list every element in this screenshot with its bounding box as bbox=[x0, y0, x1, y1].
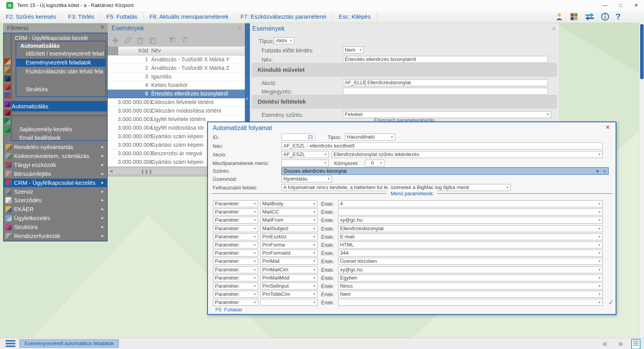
szures-field[interactable]: Összes ellenőrzés-bizonylat ▼ ≡ bbox=[281, 167, 609, 175]
param-type-select[interactable]: Paraméter:▼ bbox=[213, 250, 258, 257]
param-name-select[interactable]: PrnFormatId▼ bbox=[260, 250, 318, 257]
param-type-select[interactable]: Paraméter:▼ bbox=[213, 217, 258, 224]
param-name-select[interactable]: MailBody▼ bbox=[260, 200, 318, 207]
param-type-select[interactable]: Paraméter:▼ bbox=[213, 200, 258, 207]
param-value-select[interactable]: Nem▼ bbox=[338, 291, 603, 298]
dlg-akcio-code-select[interactable]: AF_ESZL ▼ bbox=[281, 151, 329, 158]
table-row[interactable]: 1Árváltozás - Tusfürdő X Márka Y bbox=[108, 56, 245, 64]
table-row[interactable]: 2Árváltozás - Tusfürdő X Márka Z bbox=[108, 64, 245, 73]
param-name-select[interactable]: PrnEszköz▼ bbox=[260, 233, 318, 240]
close-button[interactable]: ✕ bbox=[628, 0, 644, 11]
apps-grid-icon[interactable] bbox=[570, 12, 578, 21]
f5-run-button[interactable]: F5: Futtatás bbox=[211, 306, 246, 313]
param-type-select[interactable]: Paraméter:▼ bbox=[213, 241, 258, 248]
param-name-select[interactable]: PrnMailMód▼ bbox=[260, 274, 318, 281]
param-value-select[interactable]: E-mail▼ bbox=[338, 233, 603, 240]
mezoparam-select[interactable]: ▼ bbox=[281, 160, 329, 167]
sidebar-item-ek-er[interactable]: EKÁER▸ bbox=[4, 205, 107, 214]
param-name-select[interactable]: ▼ bbox=[260, 299, 318, 306]
sidebar-item-kiskereskedelem-sz-ml-z-s[interactable]: Kiskereskedelem, számlázás▸ bbox=[4, 152, 107, 160]
uzemmod-select[interactable]: Nyomtatás ▼ bbox=[281, 175, 332, 182]
table-row[interactable]: 4Kettes fuvarkör bbox=[108, 81, 245, 90]
param-name-select[interactable]: PrnMailCim▼ bbox=[260, 266, 318, 273]
scrollbar-grip[interactable]: ❚❚❚ bbox=[141, 169, 153, 174]
param-name-select[interactable]: PrnTobbCim▼ bbox=[260, 291, 318, 298]
param-name-select[interactable]: MailFrom▼ bbox=[260, 217, 318, 224]
help-icon[interactable]: ? bbox=[616, 12, 621, 22]
sidebar-item-rendel-s-nyilv-ntart-s[interactable]: Rendelés-nyilvántartás▸ bbox=[4, 143, 107, 151]
param-value-select[interactable]: xy@gc.hu▼ bbox=[338, 266, 603, 273]
chevron-down-icon[interactable]: ▼ bbox=[595, 168, 600, 175]
akcio-code-input[interactable]: AF_ELLB bbox=[343, 79, 365, 86]
sidebar-item--gyletkezel-s[interactable]: Ügyletkezelés▸ bbox=[4, 214, 107, 222]
user-icon[interactable] bbox=[555, 12, 564, 21]
dlg-akcio-name-select[interactable]: Ellenőrzésbizonylat szűrés lekérdezés ▼ bbox=[332, 151, 603, 158]
param-value-select[interactable]: ▼ bbox=[338, 299, 603, 306]
scrollbar-thumb[interactable] bbox=[640, 24, 644, 79]
table-row[interactable]: 6Értesítés ellenőrzés bizonylatról bbox=[108, 90, 245, 98]
edit-icon[interactable] bbox=[124, 36, 132, 44]
filter-icon[interactable] bbox=[168, 36, 176, 44]
tipus-select[interactable]: Aktív ▼ bbox=[274, 37, 294, 44]
param-value-select[interactable]: Nincs▼ bbox=[338, 283, 603, 290]
param-value-select[interactable]: Ellenőrzésbizonylat▼ bbox=[338, 225, 603, 232]
menu-item[interactable]: Sajátszemély-kezelés bbox=[19, 125, 107, 134]
param-name-select[interactable]: PrnMail▼ bbox=[260, 258, 318, 265]
statusbar-active-tab[interactable]: Eseményvezérelt automatikus feladatok bbox=[19, 339, 119, 348]
param-value-select[interactable]: HTML▼ bbox=[338, 241, 603, 248]
window-vertical-scrollbar[interactable] bbox=[639, 23, 644, 338]
param-name-select[interactable]: MailCC▼ bbox=[260, 208, 318, 215]
sidebar-item-t-rgyi-eszk-z-k[interactable]: Tárgyi eszközök▸ bbox=[4, 161, 107, 169]
menu-hamburger-icon[interactable] bbox=[5, 340, 16, 347]
param-type-select[interactable]: Paraméter:▼ bbox=[213, 283, 258, 290]
param-type-select[interactable]: Paraméter:▼ bbox=[213, 233, 258, 240]
menubar-item[interactable]: F7: Eszközválasztás paraméterei bbox=[235, 12, 333, 21]
transfer-arrows-icon[interactable] bbox=[585, 12, 595, 21]
futtatas-select[interactable]: Nem ▼ bbox=[343, 47, 364, 54]
param-type-select[interactable]: Paraméter:▼ bbox=[213, 274, 258, 281]
menu-item[interactable] bbox=[16, 76, 105, 85]
close-icon[interactable]: ✕ bbox=[552, 26, 556, 32]
param-type-select[interactable]: Paraméter:▼ bbox=[213, 291, 258, 298]
dialog-close-icon[interactable]: ✕ bbox=[605, 124, 610, 131]
menu-item[interactable]: Email beállítások bbox=[19, 134, 107, 142]
prev-page-icon[interactable]: « bbox=[602, 338, 607, 349]
filter-clear-icon[interactable] bbox=[180, 36, 189, 44]
document-list-icon[interactable] bbox=[631, 339, 641, 349]
close-icon[interactable]: ✕ bbox=[237, 25, 242, 31]
table-row[interactable]: 3.000.000.001Cikkszám felvétele történt bbox=[108, 98, 245, 107]
menu-item[interactable]: Eszközválasztás után lefutó fela bbox=[16, 68, 105, 76]
close-icon[interactable]: ✕ bbox=[100, 24, 105, 30]
column-header-kod[interactable]: Kód bbox=[118, 47, 148, 54]
param-type-select[interactable]: Paraméter:▼ bbox=[213, 266, 258, 273]
sidebar-item-rendszerfunkci-k[interactable]: Rendszerfunkciók▸ bbox=[4, 232, 107, 240]
info-icon[interactable] bbox=[601, 12, 609, 21]
param-type-select[interactable]: Paraméter:▼ bbox=[213, 225, 258, 232]
sidebar-item-crm-gyf-lkapcsolat-kezel-s[interactable]: CRM - Ügyfélkapcsolat-kezelés▸ bbox=[4, 179, 107, 187]
menu-item[interactable]: Struktúra bbox=[16, 85, 105, 94]
nev-input[interactable]: Értesítés ellenőrzés bizonylatról bbox=[343, 56, 548, 63]
param-type-select[interactable]: Paraméter:▼ bbox=[213, 299, 258, 306]
next-page-icon[interactable]: » bbox=[618, 338, 623, 349]
column-header-nev[interactable]: Név bbox=[151, 47, 161, 54]
maximize-button[interactable]: □ bbox=[613, 0, 628, 11]
felhasznaloi-select[interactable]: A folyamatnak nincs bevitele, a háttérbe… bbox=[281, 184, 511, 191]
table-row[interactable]: 3Igazolás bbox=[108, 73, 245, 81]
param-value-select[interactable]: Egyben▼ bbox=[338, 274, 603, 281]
add-icon[interactable] bbox=[112, 36, 119, 44]
confirm-check-icon[interactable]: ✓ bbox=[608, 298, 614, 307]
copy-icon[interactable] bbox=[149, 36, 157, 44]
sidebar-item-szerviz[interactable]: Szerviz▸ bbox=[4, 188, 107, 196]
scroll-left-icon[interactable]: ◀ bbox=[109, 168, 112, 174]
dlg-tipus-select[interactable]: Használható ▼ bbox=[345, 134, 395, 141]
megjegyzes-input[interactable] bbox=[343, 88, 548, 95]
param-type-select[interactable]: Paraméter:▼ bbox=[213, 208, 258, 215]
param-value-select[interactable]: 4▼ bbox=[338, 200, 603, 207]
minimize-button[interactable]: — bbox=[597, 0, 613, 11]
param-value-select[interactable]: Üzenet törzsben▼ bbox=[338, 258, 603, 265]
param-value-select[interactable]: xy@gc.hu▼ bbox=[338, 217, 603, 224]
menu-item[interactable]: Eseményvezérelt feladatok bbox=[16, 59, 105, 67]
param-type-select[interactable]: Paraméter:▼ bbox=[213, 258, 258, 265]
param-value-select[interactable]: 344▼ bbox=[338, 250, 603, 257]
sidebar-item-b-rsz-mfejt-s[interactable]: Bérszámfejtés▸ bbox=[4, 170, 107, 178]
